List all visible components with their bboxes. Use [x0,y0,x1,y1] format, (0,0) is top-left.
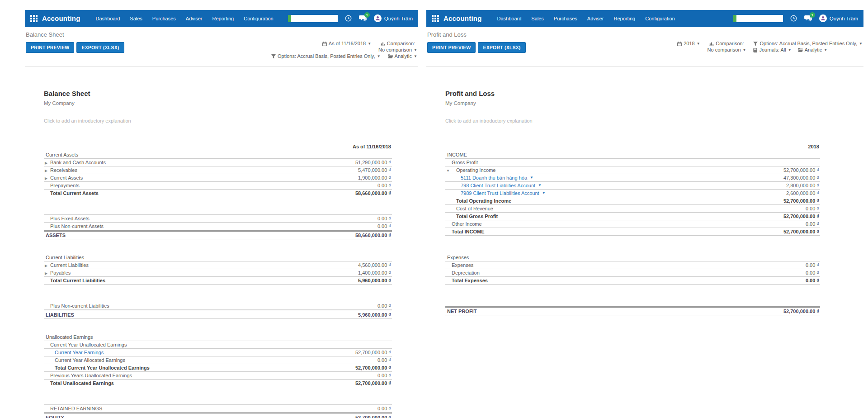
unfold-caret-icon[interactable]: ▶ [45,263,47,269]
item-row: ▶Current Liabilities4,560,000.00 ₫ [44,261,392,269]
comparison-filter[interactable]: Comparison: [381,41,415,47]
apps-grid-icon[interactable] [432,15,439,22]
account-dropdown-caret-icon[interactable]: ▼ [530,175,533,180]
app-brand[interactable]: Accounting [443,14,482,22]
messages-badge: 1 [364,12,370,18]
row-value: 52,700,000.00 ₫ [783,214,819,219]
item-row: ▼Operating Income52,700,000.00 ₫ [445,166,820,174]
menu-item-adviser[interactable]: Adviser [587,16,604,21]
unfold-caret-icon[interactable]: ▼ [446,168,450,174]
menu-item-sales[interactable]: Sales [531,16,544,21]
row-label: Current Assets [50,175,83,180]
unfold-caret-icon[interactable]: ▶ [45,161,47,166]
row-label: RETAINED EARNINGS [50,406,102,411]
total-row: Total INCOME52,700,000.00 ₫ [445,228,820,236]
row-value: 51,290,000.00 ₫ [355,160,391,165]
comparison-value[interactable]: No comparison▼ [708,47,746,53]
breadcrumb[interactable]: Profit and Loss [427,31,863,38]
row-label: Payables [50,270,71,276]
item-row: Cost of Revenue0.00 ₫ [445,205,820,213]
menu-item-purchases[interactable]: Purchases [152,16,176,21]
row-label[interactable]: Current Year Earnings [55,350,104,355]
row-label[interactable]: 5111 Doanh thu bán hàng hóa [461,175,527,180]
section-row: Expenses [445,254,820,261]
menu-item-reporting[interactable]: Reporting [212,16,234,21]
menu-item-purchases[interactable]: Purchases [554,16,577,21]
menu-item-configuration[interactable]: Configuration [244,16,273,21]
column-header-row: 2018 [445,143,820,151]
unfold-caret-icon[interactable]: ▶ [45,176,47,181]
report-sheet: Profit and Loss My Company Click to add … [426,67,863,329]
row-label: Total Operating Income [456,198,511,204]
row-label: LIABILITIES [46,312,74,318]
row-label[interactable]: 798 Client Trust Liablities Account [461,183,535,188]
row-label: Plus Non-current Assets [50,223,104,229]
row-value: 1,900,000.00 ₫ [358,175,391,180]
messages-icon[interactable]: 1 [359,15,367,22]
row-label: Bank and Cash Accounts [50,160,106,165]
row-label: INCOME [447,152,467,157]
section-row: Gross Profit [445,159,820,166]
total-row: Total Current Assets58,660,000.00 ₫ [44,190,392,197]
menu-item-dashboard[interactable]: Dashboard [96,16,120,21]
options-filter[interactable]: Options: Accrual Basis, Posted Entries O… [271,53,381,59]
menu-item-configuration[interactable]: Configuration [645,16,675,21]
journals-filter[interactable]: Journals: All▼ [753,47,791,53]
row-label: Expenses [447,255,469,260]
account-dropdown-caret-icon[interactable]: ▼ [538,183,542,188]
menu-item-reporting[interactable]: Reporting [614,16,636,21]
column-header-row: As of 11/16/2018 [44,143,392,151]
link-row: 7989 Client Trust Liabilities Account▼2,… [445,190,820,197]
account-dropdown-caret-icon[interactable]: ▼ [542,190,546,196]
menu-item-sales[interactable]: Sales [130,16,142,21]
row-value: 5,960,000.00 ₫ [358,278,391,283]
row-value: 5,470,000.00 ₫ [358,167,391,173]
clock-icon[interactable] [790,15,797,22]
analytic-filter[interactable]: Analytic▼ [798,47,827,53]
intro-explanation-input[interactable]: Click to add an introductory explanation [445,118,696,126]
comparison-value[interactable]: No comparison▼ [378,47,417,53]
row-value: 52,700,000.00 ₫ [783,229,819,234]
row-label: Total Unallocated Earnings [50,380,114,386]
analytic-filter[interactable]: Analytic▼ [388,53,417,59]
user-menu[interactable]: Quỳnh Trâm [374,14,413,22]
clock-icon[interactable] [345,15,352,22]
messages-icon[interactable]: 1 [804,15,812,22]
user-menu[interactable]: Quỳnh Trâm [819,14,858,22]
link-row: 5111 Doanh thu bán hàng hóa▼47,300,000.0… [445,174,820,182]
date-filter[interactable]: 2018▼ [677,41,700,47]
menu-item-dashboard[interactable]: Dashboard [497,16,522,21]
options-filter[interactable]: Options: Accrual Basis, Posted Entries O… [753,41,863,47]
column-header: 2018 [808,144,819,149]
print-preview-button[interactable]: PRINT PREVIEW [26,42,74,53]
comparison-filter[interactable]: Comparison: [709,41,744,47]
row-label: Unallocated Earnings [46,334,93,340]
user-name: Quỳnh Trâm [384,16,413,21]
row-label: Current Year Allocated Earnings [55,357,125,363]
app-brand[interactable]: Accounting [42,14,80,22]
unfold-caret-icon[interactable]: ▶ [45,271,47,276]
grand-row: ASSETS58,660,000.00 ₫ [44,230,392,239]
unfold-caret-icon[interactable]: ▶ [45,168,47,174]
print-preview-button[interactable]: PRINT PREVIEW [427,42,476,53]
search-input[interactable] [733,15,783,22]
breadcrumb[interactable]: Balance Sheet [26,31,417,38]
row-value: 0.00 ₫ [377,303,391,309]
apps-grid-icon[interactable] [30,15,38,22]
row-value: 2,800,000.00 ₫ [786,183,819,188]
menu-item-adviser[interactable]: Adviser [186,16,203,21]
row-label: Gross Profit [452,160,478,165]
export-xlsx-button[interactable]: EXPORT (XLSX) [76,42,124,53]
date-filter[interactable]: As of 11/16/2018▼ [322,41,371,47]
intro-explanation-input[interactable]: Click to add an introductory explanation [44,118,277,126]
search-input[interactable] [288,15,338,22]
row-label: Receivables [50,167,77,173]
report-title: Profit and Loss [445,90,820,97]
row-value: 52,700,000.00 ₫ [355,365,391,370]
row-label[interactable]: 7989 Client Trust Liabilities Account [461,190,539,196]
row-label: Operating Income [456,167,495,173]
item-row: Current Year Allocated Earnings0.00 ₫ [44,356,392,364]
row-label: Plus Non-current Liabilities [50,303,109,309]
item-row: ▶Receivables5,470,000.00 ₫ [44,166,392,174]
export-xlsx-button[interactable]: EXPORT (XLSX) [478,42,525,53]
